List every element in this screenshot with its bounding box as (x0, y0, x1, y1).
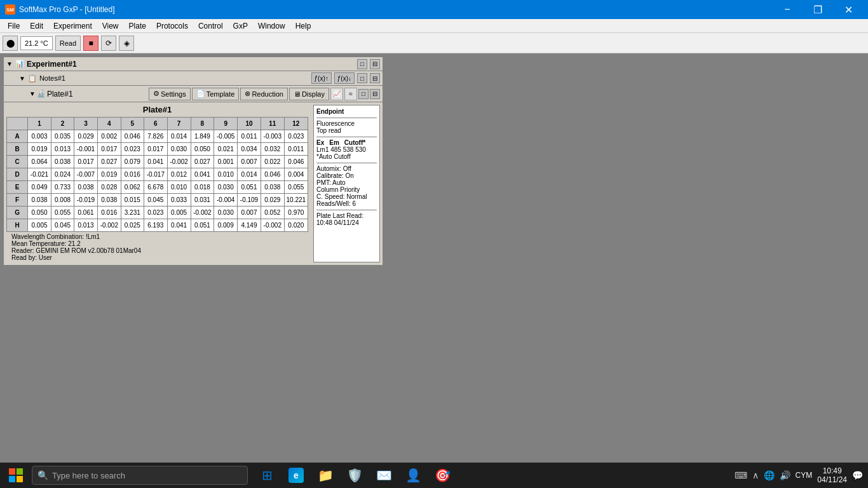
cell-G11[interactable]: 0.052 (261, 207, 284, 219)
cell-E2[interactable]: 0.733 (51, 181, 74, 194)
expand-icon[interactable]: ∧ (752, 470, 759, 480)
edge-button[interactable]: e (282, 463, 310, 488)
cell-G3[interactable]: 0.061 (74, 207, 98, 219)
cell-D2[interactable]: 0.024 (51, 168, 74, 181)
cell-E12[interactable]: 0.055 (284, 181, 308, 194)
volume-icon[interactable]: 🔊 (780, 470, 790, 480)
cell-A3[interactable]: 0.029 (74, 130, 98, 143)
cell-G2[interactable]: 0.055 (51, 207, 74, 219)
cell-C8[interactable]: 0.027 (191, 156, 214, 168)
cell-D5[interactable]: 0.016 (121, 168, 144, 181)
menu-help[interactable]: Help (290, 20, 316, 32)
cell-B2[interactable]: 0.013 (51, 143, 74, 156)
cell-D10[interactable]: 0.014 (238, 168, 261, 181)
cell-D8[interactable]: 0.041 (191, 168, 214, 181)
cell-C2[interactable]: 0.038 (51, 156, 74, 168)
search-box[interactable]: 🔍 Type here to search (32, 466, 248, 485)
cell-H10[interactable]: 4.149 (238, 219, 261, 232)
cell-A11[interactable]: -0.003 (261, 130, 284, 143)
network-icon[interactable]: 🌐 (764, 470, 775, 480)
menu-plate[interactable]: Plate (124, 20, 151, 32)
cell-C7[interactable]: -0.002 (167, 156, 191, 168)
cell-F12[interactable]: 10.221 (284, 194, 308, 207)
display-button[interactable]: 🖥 Display (289, 88, 329, 100)
cell-B6[interactable]: 0.017 (144, 143, 167, 156)
cell-C12[interactable]: 0.046 (284, 156, 308, 168)
cell-B1[interactable]: 0.019 (28, 143, 51, 156)
cell-F3[interactable]: -0.019 (74, 194, 98, 207)
cell-F2[interactable]: 0.008 (51, 194, 74, 207)
read-button[interactable]: Read (55, 36, 81, 51)
security-button[interactable]: 🛡️ (341, 463, 369, 488)
plate-btn1[interactable]: □ (358, 89, 369, 99)
cell-D7[interactable]: 0.012 (167, 168, 191, 181)
cell-F1[interactable]: 0.038 (28, 194, 51, 207)
cell-C3[interactable]: 0.017 (74, 156, 98, 168)
cell-C10[interactable]: 0.007 (238, 156, 261, 168)
cell-G5[interactable]: 3.231 (121, 207, 144, 219)
cell-B7[interactable]: 0.030 (167, 143, 191, 156)
menu-view[interactable]: View (97, 20, 124, 32)
cell-E4[interactable]: 0.028 (97, 181, 121, 194)
menu-experiment[interactable]: Experiment (48, 20, 97, 32)
settings-button[interactable]: ⚙ Settings (149, 88, 191, 100)
mail-button[interactable]: ✉️ (370, 463, 398, 488)
cell-A12[interactable]: 0.023 (284, 130, 308, 143)
experiment-collapse[interactable]: ▼ (6, 60, 13, 67)
cell-C11[interactable]: 0.022 (261, 156, 284, 168)
cell-H7[interactable]: 0.041 (167, 219, 191, 232)
experiment-btn1[interactable]: □ (357, 59, 367, 69)
cell-F11[interactable]: 0.029 (261, 194, 284, 207)
minimize-button[interactable]: − (773, 0, 802, 19)
cell-H8[interactable]: 0.051 (191, 219, 214, 232)
cell-B5[interactable]: 0.023 (121, 143, 144, 156)
menu-window[interactable]: Window (253, 20, 290, 32)
cell-A5[interactable]: 0.046 (121, 130, 144, 143)
cell-A7[interactable]: 0.014 (167, 130, 191, 143)
task-view-button[interactable]: ⊞ (253, 463, 281, 488)
start-button[interactable] (0, 463, 32, 488)
cell-F9[interactable]: -0.004 (214, 194, 238, 207)
cell-A6[interactable]: 7.826 (144, 130, 167, 143)
cell-B12[interactable]: 0.011 (284, 143, 308, 156)
experiment-btn2[interactable]: ⊟ (370, 59, 380, 69)
template-button[interactable]: 📄 Template (192, 88, 240, 100)
cell-E3[interactable]: 0.038 (74, 181, 98, 194)
explorer-button[interactable]: 📁 (311, 463, 339, 488)
menu-edit[interactable]: Edit (25, 20, 48, 32)
cell-B11[interactable]: 0.032 (261, 143, 284, 156)
cell-G1[interactable]: 0.050 (28, 207, 51, 219)
cell-F10[interactable]: -0.109 (238, 194, 261, 207)
cell-E10[interactable]: 0.051 (238, 181, 261, 194)
plate-collapse[interactable]: ▼ (29, 90, 36, 97)
close-button[interactable]: ✕ (834, 0, 863, 19)
toolbar-icon1[interactable]: ⬤ (3, 36, 18, 51)
cell-E7[interactable]: 0.010 (167, 181, 191, 194)
notes-fscript-btn1[interactable]: ƒ(x)↑ (311, 72, 332, 84)
menu-file[interactable]: File (3, 20, 25, 32)
cell-D12[interactable]: 0.004 (284, 168, 308, 181)
cell-C4[interactable]: 0.027 (97, 156, 121, 168)
notes-collapse[interactable]: ▼ (19, 75, 25, 82)
cell-G10[interactable]: 0.007 (238, 207, 261, 219)
cell-F5[interactable]: 0.015 (121, 194, 144, 207)
cell-H5[interactable]: 0.025 (121, 219, 144, 232)
cell-E8[interactable]: 0.018 (191, 181, 214, 194)
toolbar-icon4[interactable]: ◈ (119, 36, 134, 51)
cell-D9[interactable]: 0.010 (214, 168, 238, 181)
cell-G12[interactable]: 0.970 (284, 207, 308, 219)
cell-H1[interactable]: 0.005 (28, 219, 51, 232)
plate-wave-icon[interactable]: ≈ (344, 88, 357, 100)
cell-D11[interactable]: 0.046 (261, 168, 284, 181)
cell-F7[interactable]: 0.033 (167, 194, 191, 207)
toolbar-icon3[interactable]: ⟳ (101, 36, 116, 51)
cell-G8[interactable]: -0.002 (191, 207, 214, 219)
app7-button[interactable]: 🎯 (428, 463, 456, 488)
cell-B8[interactable]: 0.050 (191, 143, 214, 156)
cell-F8[interactable]: 0.031 (191, 194, 214, 207)
cell-D6[interactable]: -0.017 (144, 168, 167, 181)
cell-E6[interactable]: 6.678 (144, 181, 167, 194)
plate-chart-icon[interactable]: 📈 (330, 88, 343, 100)
reduction-button[interactable]: ⊗ Reduction (240, 88, 288, 100)
cell-A9[interactable]: -0.005 (214, 130, 238, 143)
